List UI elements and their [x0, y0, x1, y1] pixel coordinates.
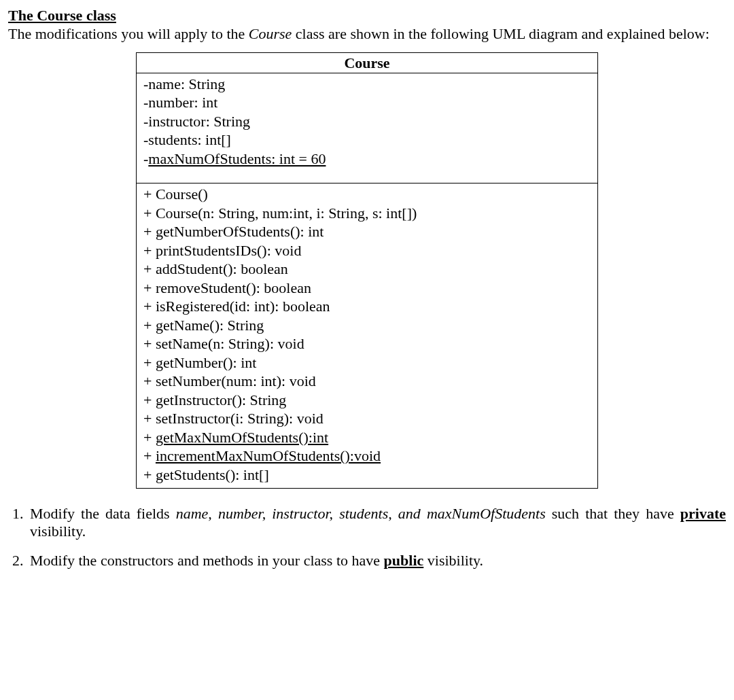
uml-class-name: Course: [137, 53, 597, 73]
li-fields: name, number, instructor, students, and …: [176, 505, 546, 522]
uml-method: + isRegistered(id: int): boolean: [143, 297, 591, 316]
li-text: such that they have: [546, 505, 680, 522]
li-keyword: private: [680, 505, 726, 522]
uml-method: + printStudentsIDs(): void: [143, 241, 591, 260]
li-keyword: public: [384, 552, 424, 569]
intro-paragraph: The modifications you will apply to the …: [8, 25, 726, 42]
uml-method: + Course(n: String, num:int, i: String, …: [143, 204, 591, 223]
uml-method: + Course(): [143, 185, 591, 204]
uml-method-static-text: incrementMaxNumOfStudents():void: [156, 447, 381, 464]
uml-method-static: + getMaxNumOfStudents():int: [143, 428, 591, 447]
uml-separator: [137, 172, 597, 183]
uml-method-static: + incrementMaxNumOfStudents():void: [143, 447, 591, 466]
instruction-list: Modify the data fields name, number, ins…: [8, 505, 726, 569]
intro-text-pre: The modifications you will apply to the: [8, 25, 249, 42]
section-heading: The Course class: [8, 7, 726, 24]
uml-diagram-container: Course -name: String -number: int -instr…: [8, 52, 726, 489]
uml-method: + getInstructor(): String: [143, 391, 591, 410]
uml-method: + setNumber(num: int): void: [143, 372, 591, 391]
uml-method: + getStudents(): int[]: [143, 466, 591, 485]
uml-method: + setName(n: String): void: [143, 334, 591, 353]
uml-method: + addStudent(): boolean: [143, 260, 591, 279]
uml-class-box: Course -name: String -number: int -instr…: [136, 52, 598, 489]
intro-course-name: Course: [249, 25, 292, 42]
uml-method: + removeStudent(): boolean: [143, 279, 591, 298]
uml-attributes: -name: String -number: int -instructor: …: [137, 73, 597, 173]
uml-attr: -number: int: [143, 93, 591, 112]
uml-method: + getNumber(): int: [143, 353, 591, 372]
uml-methods: + Course() + Course(n: String, num:int, …: [137, 183, 597, 488]
uml-method-prefix: +: [143, 447, 156, 464]
list-item: Modify the constructors and methods in y…: [27, 552, 726, 569]
uml-attr: -name: String: [143, 75, 591, 94]
uml-attr: -instructor: String: [143, 112, 591, 131]
li-text: Modify the data fields: [30, 505, 176, 522]
uml-attr: -students: int[]: [143, 130, 591, 150]
li-text: visibility.: [30, 523, 86, 540]
uml-attr-static-text: maxNumOfStudents: int = 60: [148, 150, 326, 167]
uml-method-prefix: +: [143, 429, 156, 446]
uml-method: + getNumberOfStudents(): int: [143, 222, 591, 241]
list-item: Modify the data fields name, number, ins…: [27, 505, 726, 540]
uml-method: + setInstructor(i: String): void: [143, 409, 591, 428]
uml-attr-static: -maxNumOfStudents: int = 60: [143, 150, 591, 169]
li-text: Modify the constructors and methods in y…: [30, 552, 384, 569]
intro-text-post: class are shown in the following UML dia…: [292, 25, 709, 42]
uml-method: + getName(): String: [143, 316, 591, 335]
li-text: visibility.: [423, 552, 483, 569]
uml-method-static-text: getMaxNumOfStudents():int: [156, 429, 328, 446]
